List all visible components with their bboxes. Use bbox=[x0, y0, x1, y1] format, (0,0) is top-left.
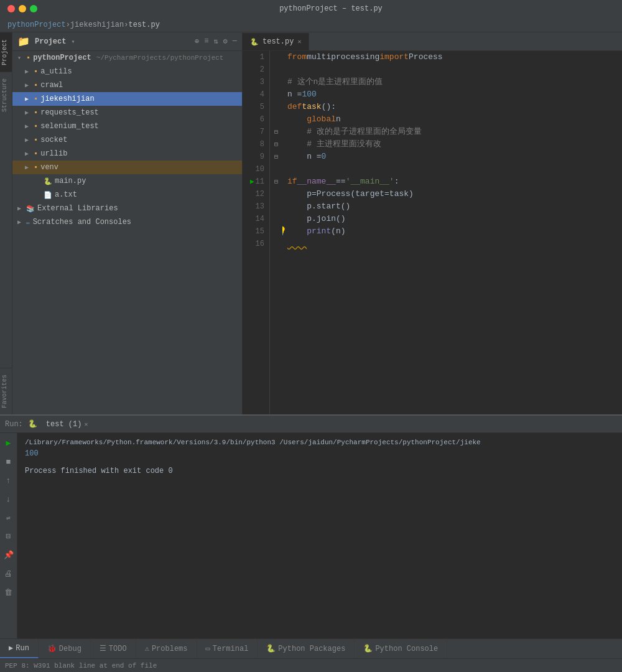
code-line-11: if __name__ == '__main__': bbox=[287, 175, 622, 188]
code-line-16 bbox=[287, 238, 622, 250]
tree-item-urllib[interactable]: ▶ ▪ urllib bbox=[12, 147, 242, 161]
tab-python-console[interactable]: 🐍 Python Console bbox=[355, 639, 447, 658]
run-stop-button[interactable]: ■ bbox=[2, 455, 15, 468]
breadcrumb-file[interactable]: test.py bbox=[128, 21, 159, 29]
tree-root[interactable]: ▾ ▪ pythonProject ~/PycharmProjects/pyth… bbox=[12, 51, 242, 65]
code-line-1: from multiprocessing import Process bbox=[287, 51, 622, 63]
project-tab[interactable]: Project bbox=[0, 32, 12, 72]
chevron-right-icon: ▶ bbox=[25, 150, 31, 157]
console-output-number: 100 bbox=[25, 448, 615, 459]
line-num-14: 14 bbox=[243, 213, 269, 225]
code-editor[interactable]: 1 2 3 4 5 6 7 8 9 10 ▶11 12 13 14 15 16 bbox=[243, 51, 622, 414]
console-output: /Library/Frameworks/Python.framework/Ver… bbox=[17, 433, 622, 638]
console-icon: 🐍 bbox=[363, 644, 373, 653]
chevron-right-icon: ▶ bbox=[25, 68, 31, 75]
run-filter-button[interactable]: ⊟ bbox=[2, 530, 15, 543]
finish-message-text: Process finished with exit code 0 bbox=[25, 467, 173, 475]
editor-tabs: 🐍 test.py ✕ bbox=[243, 32, 622, 51]
run-print-button[interactable]: 🖨 bbox=[2, 567, 15, 580]
line-num-3: 3 bbox=[243, 76, 269, 88]
tree-item-scratches[interactable]: ▶ ✏ Scratches and Consoles bbox=[12, 215, 242, 229]
item-label: socket bbox=[40, 136, 67, 144]
breadcrumb-project[interactable]: pythonProject bbox=[7, 21, 66, 29]
code-line-14: p.join() bbox=[287, 213, 622, 225]
tab-problems[interactable]: ⚠ Problems bbox=[136, 639, 197, 658]
tab-label: test.py bbox=[262, 37, 294, 46]
tree-item-selenium-test[interactable]: ▶ ▪ selenium_test bbox=[12, 119, 242, 133]
project-panel-header: 📁 Project ▾ ⊕ ≡ ⇅ ⚙ — bbox=[12, 32, 242, 51]
close-button[interactable] bbox=[7, 5, 15, 12]
console-command-line: /Library/Frameworks/Python.framework/Ver… bbox=[25, 437, 615, 448]
tree-item-a-utils[interactable]: ▶ ▪ a_utils bbox=[12, 65, 242, 78]
minimize-panel-icon[interactable]: — bbox=[233, 37, 237, 46]
line-num-5: 5 bbox=[243, 101, 269, 113]
item-label: venv bbox=[40, 163, 58, 172]
tree-item-jiekeshijian[interactable]: ▶ ▪ jiekeshijian bbox=[12, 92, 242, 106]
code-content[interactable]: from multiprocessing import Process # 这个… bbox=[282, 51, 622, 414]
run-scroll-down-button[interactable]: ↓ bbox=[2, 493, 15, 505]
locate-icon[interactable]: ⊕ bbox=[195, 37, 199, 46]
run-tab[interactable]: test (1) ✕ bbox=[42, 416, 92, 432]
gutter-10 bbox=[270, 163, 282, 175]
gutter-area: ⊟ ⊟ ⊟ ⊟ bbox=[270, 51, 282, 414]
code-line-5: def task(): bbox=[287, 101, 622, 113]
tree-item-crawl[interactable]: ▶ ▪ crawl bbox=[12, 78, 242, 92]
tab-debug[interactable]: 🐞 Debug bbox=[39, 639, 91, 658]
tree-item-main-py[interactable]: ▶ 🐍 main.py bbox=[12, 174, 242, 188]
code-line-3: # 这个n是主进程里面的值 bbox=[287, 76, 622, 88]
line-num-9: 9 bbox=[243, 151, 269, 163]
todo-icon: ☰ bbox=[100, 644, 106, 653]
run-header: Run: 🐍 test (1) ✕ bbox=[0, 416, 622, 433]
status-message: PEP 8: W391 blank line at end of file bbox=[5, 662, 157, 670]
run-pin-button[interactable]: 📌 bbox=[2, 549, 15, 561]
folder-icon: ▪ bbox=[34, 163, 38, 172]
structure-tab[interactable]: Structure bbox=[0, 72, 12, 118]
minimize-button[interactable] bbox=[19, 5, 26, 12]
run-wrap-button[interactable]: ⇌ bbox=[2, 511, 15, 524]
tree-item-socket[interactable]: ▶ ▪ socket bbox=[12, 133, 242, 147]
tree-item-venv[interactable]: ▶ ▪ venv bbox=[12, 161, 242, 174]
project-panel-dropdown-icon[interactable]: ▾ bbox=[71, 38, 75, 45]
code-line-10 bbox=[287, 163, 622, 175]
run-clear-button[interactable]: 🗑 bbox=[2, 586, 15, 599]
fullscreen-button[interactable] bbox=[30, 5, 37, 12]
folder-icon: 📁 bbox=[17, 35, 30, 48]
packages-icon: 🐍 bbox=[266, 644, 276, 653]
gutter-1 bbox=[270, 51, 282, 63]
gutter-8: ⊟ bbox=[270, 138, 282, 151]
tab-todo[interactable]: ☰ TODO bbox=[91, 639, 136, 658]
window-title: pythonProject – test.py bbox=[47, 4, 615, 13]
run-play-button[interactable]: ▶ bbox=[2, 437, 15, 449]
console-finish-message: Process finished with exit code 0 bbox=[25, 465, 615, 477]
sort-icon[interactable]: ⇅ bbox=[213, 37, 218, 46]
folder-icon: ▪ bbox=[34, 122, 38, 131]
run-scroll-up-button[interactable]: ↑ bbox=[2, 474, 15, 487]
run-gutter-icon[interactable]: ▶ bbox=[250, 175, 254, 188]
run-tab-close-button[interactable]: ✕ bbox=[84, 421, 88, 428]
settings-icon[interactable]: ⚙ bbox=[223, 37, 228, 46]
chevron-right-icon: ▶ bbox=[17, 205, 24, 212]
favorites-tab[interactable]: Favorites bbox=[0, 368, 12, 414]
expand-all-icon[interactable]: ≡ bbox=[204, 37, 208, 46]
breadcrumb-sep2: › bbox=[124, 21, 128, 29]
tree-item-external-libs[interactable]: ▶ 📚 External Libraries bbox=[12, 202, 242, 215]
tree-item-a-txt[interactable]: ▶ 📄 a.txt bbox=[12, 188, 242, 202]
line-num-15: 15 bbox=[243, 225, 269, 238]
line-num-11: ▶11 bbox=[243, 175, 269, 188]
chevron-right-icon: ▶ bbox=[25, 82, 31, 89]
chevron-right-icon: ▶ bbox=[25, 136, 31, 144]
text-file-icon: 📄 bbox=[44, 191, 52, 199]
item-label: urllib bbox=[40, 149, 67, 158]
tab-run[interactable]: ▶ Run bbox=[0, 639, 39, 658]
python-file-icon: 🐍 bbox=[44, 177, 52, 185]
code-line-9: n = 0 bbox=[287, 151, 622, 163]
tab-terminal[interactable]: ▭ Terminal bbox=[197, 639, 258, 658]
expand-arrow: ▾ bbox=[17, 54, 24, 62]
tree-item-requests-test[interactable]: ▶ ▪ requests_test bbox=[12, 106, 242, 119]
run-toolbar: ▶ ■ ↑ ↓ ⇌ ⊟ 📌 🖨 🗑 bbox=[0, 433, 17, 638]
editor-tab-test-py[interactable]: 🐍 test.py ✕ bbox=[243, 33, 309, 50]
tab-python-packages[interactable]: 🐍 Python Packages bbox=[258, 639, 355, 658]
titlebar: pythonProject – test.py bbox=[0, 0, 622, 17]
breadcrumb-folder[interactable]: jiekeshijian bbox=[70, 21, 124, 29]
tab-close-button[interactable]: ✕ bbox=[297, 38, 301, 45]
